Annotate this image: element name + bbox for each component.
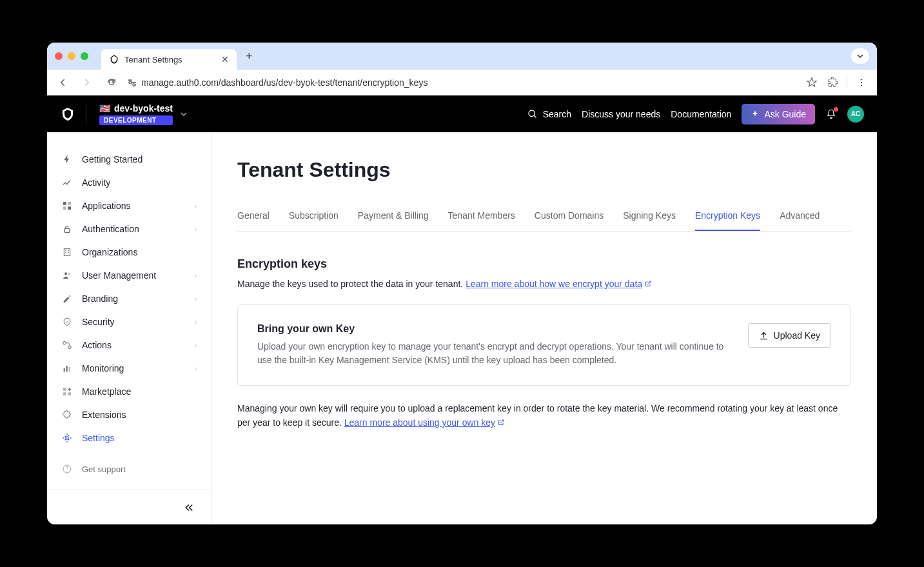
footnote-text: Managing your own key will require you t… [237,403,838,428]
sidebar-item-settings[interactable]: Settings [47,426,211,450]
chart-icon [61,177,73,188]
sidebar-item-label: Actions [82,340,112,350]
forward-button[interactable] [78,74,96,92]
sidebar-item-label: Applications [82,201,131,211]
search-link[interactable]: Search [527,109,571,119]
window-minimize-icon[interactable] [68,52,75,60]
browser-window: Tenant Settings ✕ + manage.auth0.com/das… [47,43,877,524]
tab-signing-keys[interactable]: Signing Keys [623,210,676,231]
window-maximize-icon[interactable] [81,52,88,60]
sidebar-item-actions[interactable]: Actions › [47,333,211,357]
tab-general[interactable]: General [237,210,270,231]
svg-point-20 [68,273,70,275]
sidebar-item-user-management[interactable]: User Management › [47,264,211,287]
sidebar-item-organizations[interactable]: Organizations [47,241,211,264]
tab-custom-domains[interactable]: Custom Domains [535,210,604,231]
chevron-right-icon: › [195,342,197,349]
svg-point-4 [133,83,135,86]
sidebar-item-label: Authentication [82,224,139,234]
sidebar-item-label: Security [82,317,115,327]
sidebar-item-applications[interactable]: Applications › [47,194,211,217]
sidebar-item-support[interactable]: Get support [47,457,211,481]
browser-tab[interactable]: Tenant Settings ✕ [101,49,237,70]
browser-tab-strip: Tenant Settings ✕ + [47,43,877,70]
sidebar-item-label: Settings [82,433,115,443]
auth0-logo[interactable] [60,106,75,122]
tenant-switcher[interactable]: 🇺🇸 dev-byok-test DEVELOPMENT [99,103,187,125]
upload-key-button[interactable]: Upload Key [748,323,831,348]
puzzle-icon [61,409,73,421]
sidebar-item-label: Marketplace [82,386,131,397]
site-settings-icon[interactable] [127,77,137,88]
new-tab-button[interactable]: + [246,50,253,63]
ask-guide-button[interactable]: Ask Guide [742,104,815,124]
help-icon [61,463,73,475]
user-avatar[interactable]: AC [847,106,864,123]
url-text: manage.auth0.com/dashboard/us/dev-byok-t… [141,77,428,88]
sidebar-item-label: Getting Started [82,154,143,164]
card-desc: Upload your own encryption key to manage… [257,340,732,367]
tab-overflow-button[interactable] [851,48,869,64]
tab-tenant-members[interactable]: Tenant Members [448,210,515,231]
tab-encryption-keys[interactable]: Encryption Keys [695,210,760,231]
learn-more-own-key-link[interactable]: Learn more about using your own key [344,417,505,428]
svg-point-7 [861,85,862,86]
sidebar-item-marketplace[interactable]: Marketplace [47,380,211,403]
building-icon [61,246,73,258]
learn-more-encrypt-link[interactable]: Learn more about how we encrypt your dat… [466,279,652,289]
tab-payment-billing[interactable]: Payment & Billing [358,210,429,231]
bookmark-star-icon[interactable] [803,74,821,92]
chevron-right-icon: › [195,295,197,303]
sidebar-collapse-row [47,490,211,524]
window-close-icon[interactable] [55,52,63,60]
tab-close-icon[interactable]: ✕ [221,54,229,65]
svg-rect-23 [64,368,65,372]
browser-menu-icon[interactable] [852,74,870,92]
sidebar-item-label: Activity [82,177,110,188]
sidebar-item-getting-started[interactable]: Getting Started [47,148,211,171]
svg-rect-11 [63,206,66,210]
svg-rect-15 [65,250,66,251]
svg-rect-18 [68,252,68,253]
discuss-link[interactable]: Discuss your needs [582,109,660,119]
sidebar-item-authentication[interactable]: Authentication › [47,217,211,241]
svg-rect-0 [128,79,132,81]
chevron-double-left-icon [184,502,194,513]
back-button[interactable] [54,74,72,92]
chevron-down-icon [181,111,187,117]
settings-tabs: General Subscription Payment & Billing T… [237,210,851,232]
notifications-button[interactable] [825,108,837,120]
support-label: Get support [82,464,126,474]
extensions-icon[interactable] [823,74,841,92]
notification-dot [834,107,838,112]
svg-rect-28 [68,392,71,395]
sidebar-item-security[interactable]: Security › [47,310,211,333]
tab-subscription[interactable]: Subscription [289,210,339,231]
external-link-icon [644,280,652,288]
chevron-right-icon: › [195,319,197,326]
page-title: Tenant Settings [237,158,851,182]
collapse-sidebar-button[interactable] [184,502,194,513]
chevron-right-icon: › [195,226,197,233]
sidebar-item-monitoring[interactable]: Monitoring › [47,357,211,380]
url-input[interactable]: manage.auth0.com/dashboard/us/dev-byok-t… [127,77,796,88]
browser-tab-title: Tenant Settings [124,55,216,65]
svg-rect-22 [68,346,71,348]
sidebar-item-activity[interactable]: Activity [47,171,211,194]
upload-icon [759,331,769,341]
sidebar-item-extensions[interactable]: Extensions [47,403,211,426]
svg-rect-13 [64,228,70,232]
sidebar-item-branding[interactable]: Branding › [47,287,211,310]
gear-icon [61,432,73,444]
svg-rect-21 [63,342,66,344]
address-bar: manage.auth0.com/dashboard/us/dev-byok-t… [47,70,877,95]
docs-link[interactable]: Documentation [671,109,731,119]
tab-advanced[interactable]: Advanced [780,210,820,231]
reload-button[interactable] [103,74,121,92]
upload-key-label: Upload Key [774,330,820,341]
tenant-name-text: dev-byok-test [114,103,173,114]
lock-icon [61,223,73,235]
app-body: Getting Started Activity Applications › … [47,132,877,524]
apps-icon [61,200,73,212]
card-title: Bring your own Key [257,323,732,335]
